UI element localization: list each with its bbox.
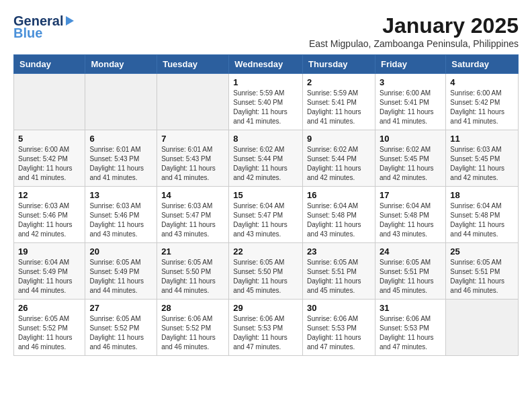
logo-arrow-icon [66,16,74,26]
calendar-cell: 6Sunrise: 6:01 AM Sunset: 5:43 PM Daylig… [85,130,157,187]
logo-blue: Blue [13,26,42,41]
calendar-cell: 26Sunrise: 6:05 AM Sunset: 5:52 PM Dayli… [14,300,85,356]
day-info: Sunrise: 6:03 AM Sunset: 5:45 PM Dayligh… [450,145,514,183]
week-row-1: 1Sunrise: 5:59 AM Sunset: 5:40 PM Daylig… [14,74,519,130]
calendar-cell: 15Sunrise: 6:04 AM Sunset: 5:47 PM Dayli… [229,187,303,243]
day-number: 9 [307,134,371,144]
week-row-2: 5Sunrise: 6:00 AM Sunset: 5:42 PM Daylig… [14,130,519,187]
day-info: Sunrise: 6:03 AM Sunset: 5:46 PM Dayligh… [89,201,152,239]
day-info: Sunrise: 6:05 AM Sunset: 5:50 PM Dayligh… [233,258,298,295]
calendar-cell: 2Sunrise: 5:59 AM Sunset: 5:41 PM Daylig… [303,74,375,130]
day-info: Sunrise: 6:02 AM Sunset: 5:44 PM Dayligh… [307,145,371,183]
calendar-cell: 1Sunrise: 5:59 AM Sunset: 5:40 PM Daylig… [229,74,303,130]
calendar-cell: 23Sunrise: 6:05 AM Sunset: 5:51 PM Dayli… [303,243,375,300]
day-number: 16 [307,190,371,200]
day-info: Sunrise: 5:59 AM Sunset: 5:40 PM Dayligh… [233,89,298,126]
day-info: Sunrise: 6:05 AM Sunset: 5:50 PM Dayligh… [161,258,224,295]
day-info: Sunrise: 6:01 AM Sunset: 5:43 PM Dayligh… [89,145,152,183]
day-number: 31 [380,303,441,313]
calendar-cell: 27Sunrise: 6:05 AM Sunset: 5:52 PM Dayli… [85,300,157,356]
calendar-cell [446,300,519,356]
day-number: 5 [18,134,81,144]
day-number: 4 [450,77,514,87]
day-info: Sunrise: 6:06 AM Sunset: 5:53 PM Dayligh… [233,314,298,352]
location-title: East Migpulao, Zamboanga Peninsula, Phil… [309,38,519,49]
calendar-cell: 19Sunrise: 6:04 AM Sunset: 5:49 PM Dayli… [14,243,85,300]
day-number: 20 [89,246,152,257]
day-info: Sunrise: 6:05 AM Sunset: 5:52 PM Dayligh… [18,314,81,352]
day-number: 19 [18,246,81,257]
logo: General Blue [13,13,74,41]
day-number: 25 [450,246,514,257]
calendar-table: SundayMondayTuesdayWednesdayThursdayFrid… [13,54,519,356]
calendar-cell: 31Sunrise: 6:06 AM Sunset: 5:53 PM Dayli… [375,300,445,356]
day-info: Sunrise: 6:06 AM Sunset: 5:53 PM Dayligh… [307,314,371,352]
weekday-header-saturday: Saturday [446,55,519,74]
day-info: Sunrise: 6:00 AM Sunset: 5:42 PM Dayligh… [18,145,81,183]
day-number: 24 [380,246,441,257]
day-info: Sunrise: 6:06 AM Sunset: 5:52 PM Dayligh… [161,314,224,352]
day-info: Sunrise: 6:04 AM Sunset: 5:47 PM Dayligh… [233,201,298,239]
day-number: 13 [89,190,152,200]
calendar-cell [14,74,85,130]
day-number: 1 [233,77,298,87]
day-number: 10 [380,134,441,144]
calendar-cell: 10Sunrise: 6:02 AM Sunset: 5:45 PM Dayli… [375,130,445,187]
calendar-cell: 4Sunrise: 6:00 AM Sunset: 5:42 PM Daylig… [446,74,519,130]
weekday-header-wednesday: Wednesday [229,55,303,74]
day-number: 12 [18,190,81,200]
day-number: 26 [18,303,81,313]
day-number: 17 [380,190,441,200]
day-number: 27 [89,303,152,313]
calendar-cell: 13Sunrise: 6:03 AM Sunset: 5:46 PM Dayli… [85,187,157,243]
day-info: Sunrise: 6:05 AM Sunset: 5:51 PM Dayligh… [380,258,441,295]
day-number: 29 [233,303,298,313]
day-number: 3 [380,77,441,87]
calendar-cell: 12Sunrise: 6:03 AM Sunset: 5:46 PM Dayli… [14,187,85,243]
calendar-cell: 20Sunrise: 6:05 AM Sunset: 5:49 PM Dayli… [85,243,157,300]
day-number: 14 [161,190,224,200]
day-number: 15 [233,190,298,200]
calendar-cell: 14Sunrise: 6:03 AM Sunset: 5:47 PM Dayli… [157,187,229,243]
day-info: Sunrise: 6:05 AM Sunset: 5:51 PM Dayligh… [450,258,514,295]
calendar-cell: 11Sunrise: 6:03 AM Sunset: 5:45 PM Dayli… [446,130,519,187]
day-info: Sunrise: 6:05 AM Sunset: 5:49 PM Dayligh… [89,258,152,295]
weekday-header-monday: Monday [85,55,157,74]
calendar-cell: 22Sunrise: 6:05 AM Sunset: 5:50 PM Dayli… [229,243,303,300]
day-number: 30 [307,303,371,313]
day-info: Sunrise: 6:01 AM Sunset: 5:43 PM Dayligh… [161,145,224,183]
week-row-3: 12Sunrise: 6:03 AM Sunset: 5:46 PM Dayli… [14,187,519,243]
calendar-cell: 7Sunrise: 6:01 AM Sunset: 5:43 PM Daylig… [157,130,229,187]
weekday-header-tuesday: Tuesday [157,55,229,74]
calendar-cell: 9Sunrise: 6:02 AM Sunset: 5:44 PM Daylig… [303,130,375,187]
calendar-cell: 16Sunrise: 6:04 AM Sunset: 5:48 PM Dayli… [303,187,375,243]
calendar-cell: 30Sunrise: 6:06 AM Sunset: 5:53 PM Dayli… [303,300,375,356]
day-info: Sunrise: 6:05 AM Sunset: 5:51 PM Dayligh… [307,258,371,295]
calendar-cell: 5Sunrise: 6:00 AM Sunset: 5:42 PM Daylig… [14,130,85,187]
calendar-cell: 17Sunrise: 6:04 AM Sunset: 5:48 PM Dayli… [375,187,445,243]
page-header: General Blue January 2025 East Migpulao,… [13,13,519,49]
calendar-cell: 24Sunrise: 6:05 AM Sunset: 5:51 PM Dayli… [375,243,445,300]
day-info: Sunrise: 6:04 AM Sunset: 5:49 PM Dayligh… [18,258,81,295]
day-number: 28 [161,303,224,313]
day-number: 2 [307,77,371,87]
day-number: 8 [233,134,298,144]
day-info: Sunrise: 6:03 AM Sunset: 5:46 PM Dayligh… [18,201,81,239]
week-row-5: 26Sunrise: 6:05 AM Sunset: 5:52 PM Dayli… [14,300,519,356]
weekday-header-thursday: Thursday [303,55,375,74]
day-number: 18 [450,190,514,200]
day-info: Sunrise: 6:03 AM Sunset: 5:47 PM Dayligh… [161,201,224,239]
day-info: Sunrise: 6:00 AM Sunset: 5:41 PM Dayligh… [380,89,441,126]
calendar-cell: 18Sunrise: 6:04 AM Sunset: 5:48 PM Dayli… [446,187,519,243]
calendar-cell: 3Sunrise: 6:00 AM Sunset: 5:41 PM Daylig… [375,74,445,130]
day-info: Sunrise: 5:59 AM Sunset: 5:41 PM Dayligh… [307,89,371,126]
day-info: Sunrise: 6:02 AM Sunset: 5:44 PM Dayligh… [233,145,298,183]
day-info: Sunrise: 6:06 AM Sunset: 5:53 PM Dayligh… [380,314,441,352]
calendar-cell: 28Sunrise: 6:06 AM Sunset: 5:52 PM Dayli… [157,300,229,356]
week-row-4: 19Sunrise: 6:04 AM Sunset: 5:49 PM Dayli… [14,243,519,300]
weekday-header-sunday: Sunday [14,55,85,74]
day-info: Sunrise: 6:04 AM Sunset: 5:48 PM Dayligh… [307,201,371,239]
title-section: January 2025 East Migpulao, Zamboanga Pe… [309,13,519,49]
calendar-cell: 29Sunrise: 6:06 AM Sunset: 5:53 PM Dayli… [229,300,303,356]
day-number: 21 [161,246,224,257]
